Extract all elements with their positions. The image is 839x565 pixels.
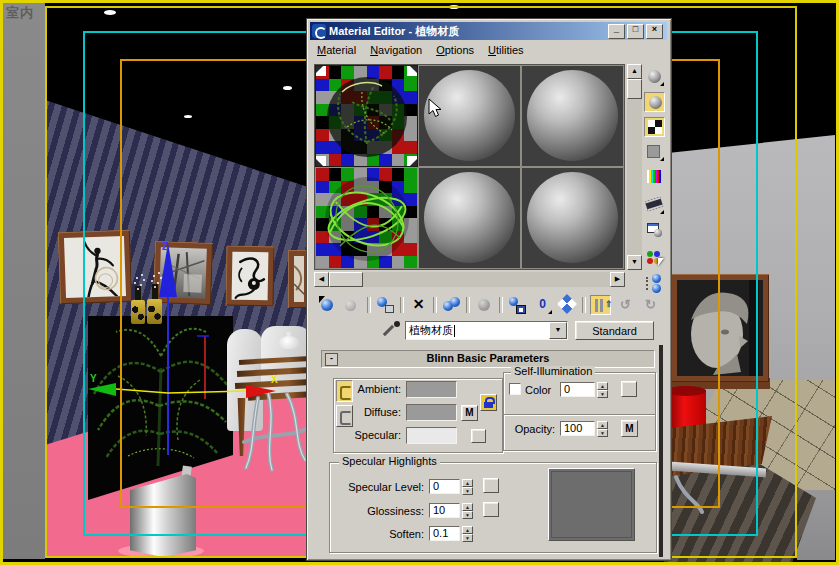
glossiness-value[interactable]: 10 [429, 503, 460, 518]
axis-label-z: Z [162, 241, 168, 252]
gray-sphere-preview [527, 172, 618, 263]
self-illumination-color-checkbox[interactable] [509, 383, 521, 395]
rollout-header-blinn[interactable]: - Blinn Basic Parameters [321, 350, 655, 368]
make-material-copy-button[interactable] [441, 295, 462, 315]
material-name-combo[interactable]: 植物材质 ▼ [405, 321, 568, 340]
rollout-scrollbar[interactable] [659, 345, 663, 557]
self-illumination-value[interactable]: 0 [560, 382, 595, 397]
put-to-library-button[interactable] [507, 295, 528, 315]
self-illumination-spinner[interactable]: ▲▼ [597, 382, 608, 398]
rollout-collapse-button[interactable]: - [325, 353, 338, 366]
lock-ambient-diffuse-button[interactable] [336, 380, 353, 402]
active-slot-corner [407, 66, 417, 76]
specular-map-button[interactable] [471, 429, 486, 443]
3dsmax-viewport[interactable]: Z X Y 室内 Material Editor - 植物材质 _ □ × Ma… [0, 0, 839, 565]
get-material-button[interactable] [317, 295, 338, 315]
go-to-parent-button[interactable]: ↺ [615, 295, 636, 315]
specular-level-value[interactable]: 0 [429, 479, 460, 494]
menu-navigation[interactable]: Navigation [363, 42, 429, 58]
menu-utilities[interactable]: Utilities [481, 42, 530, 58]
opacity-value[interactable]: 100 [560, 421, 595, 436]
specular-level-map-button[interactable] [483, 478, 499, 493]
make-preview-button[interactable] [644, 195, 665, 215]
menu-material[interactable]: Material [310, 42, 363, 58]
sample-slot-plant-wire[interactable] [316, 168, 417, 268]
show-map-in-viewport-button[interactable] [557, 295, 578, 315]
toolbar-separator [582, 297, 586, 313]
soften-label: Soften: [337, 528, 424, 540]
close-button[interactable]: × [646, 24, 663, 39]
toolbar-separator [433, 297, 437, 313]
mouse-cursor [428, 98, 444, 118]
material-type-button[interactable]: Standard [575, 321, 654, 340]
go-forward-to-sibling-button[interactable]: ↻ [640, 295, 661, 315]
toolbar-separator [400, 297, 404, 313]
3dsmax-logo-icon [312, 24, 326, 38]
show-end-result-button[interactable]: ⇑ [590, 295, 611, 315]
ambient-color-swatch[interactable] [406, 381, 457, 398]
select-by-material-button[interactable] [644, 248, 665, 268]
window-titlebar[interactable]: Material Editor - 植物材质 _ □ × [310, 22, 667, 40]
vertical-scroll-thumb[interactable] [627, 79, 642, 99]
sample-slot[interactable] [522, 66, 623, 166]
material-id-channel-button[interactable]: 0 [532, 295, 553, 315]
make-unique-button[interactable] [474, 295, 495, 315]
soften-value[interactable]: 0.1 [429, 526, 460, 541]
self-illumination-title: Self-Illumination [511, 366, 595, 377]
material-map-navigator-button[interactable] [644, 273, 665, 293]
sample-vertical-scrollbar[interactable]: ▲ ▼ [627, 64, 642, 270]
lock-diffuse-specular-button[interactable] [336, 405, 353, 427]
gray-sphere-preview [424, 172, 515, 263]
self-illumination-map-button[interactable] [621, 381, 637, 397]
rollout-region: - Blinn Basic Parameters Ambient: Diffus… [309, 345, 659, 557]
opacity-map-button[interactable]: M [621, 420, 638, 437]
maximize-button[interactable]: □ [627, 24, 644, 39]
ceiling-light [449, 5, 459, 9]
background-button[interactable] [644, 117, 665, 137]
horizontal-scroll-thumb[interactable] [329, 272, 363, 287]
assign-material-to-selection-button[interactable] [375, 295, 396, 315]
put-material-to-scene-button[interactable] [342, 295, 363, 315]
backlight-button[interactable] [644, 92, 665, 112]
sample-slot[interactable] [522, 168, 623, 268]
material-editor-window[interactable]: Material Editor - 植物材质 _ □ × MaterialNav… [306, 18, 672, 561]
lock-ambient-diffuse-indicator[interactable] [480, 394, 497, 411]
minimize-button[interactable]: _ [608, 24, 625, 39]
dropdown-arrow-button[interactable]: ▼ [549, 322, 567, 339]
scroll-right-button[interactable]: ▶ [610, 272, 625, 287]
material-name-value: 植物材质 [409, 323, 453, 338]
options-button[interactable] [644, 220, 665, 240]
pick-material-eyedropper-icon[interactable] [384, 321, 402, 339]
specular-color-swatch[interactable] [406, 427, 457, 444]
opacity-spinner[interactable]: ▲▼ [597, 421, 608, 437]
sample-slot[interactable] [419, 168, 520, 268]
gray-sphere-preview [527, 70, 618, 161]
sample-uv-tiling-button[interactable] [644, 142, 665, 162]
soften-spinner[interactable]: ▲▼ [462, 526, 473, 542]
specular-level-spinner[interactable]: ▲▼ [462, 479, 473, 495]
video-color-check-button[interactable] [644, 167, 665, 187]
glossiness-spinner[interactable]: ▲▼ [462, 503, 473, 519]
menu-options[interactable]: Options [429, 42, 481, 58]
sample-slot-palette: ▲ ▼ ◀ ▶ [314, 64, 642, 286]
sample-slot-grid [314, 64, 625, 270]
axis-label-x: X [271, 374, 278, 385]
sample-horizontal-scrollbar[interactable]: ◀ ▶ [314, 272, 625, 287]
reset-map-mtl-button[interactable]: ✕ [408, 295, 429, 315]
viewport-label[interactable]: 室内 [6, 4, 34, 22]
sample-type-button[interactable] [644, 67, 665, 87]
self-illumination-color-label: Color [525, 384, 557, 396]
active-slot-corner [316, 156, 326, 166]
diffuse-map-button[interactable]: M [461, 405, 478, 421]
glossiness-map-button[interactable] [483, 502, 499, 517]
scroll-down-button[interactable]: ▼ [627, 255, 642, 270]
scroll-left-button[interactable]: ◀ [314, 272, 329, 287]
sample-slot-plant[interactable] [316, 66, 417, 166]
text-caret [454, 325, 455, 337]
side-toolbar [644, 65, 668, 293]
diffuse-color-swatch[interactable] [406, 404, 457, 421]
scroll-up-button[interactable]: ▲ [627, 64, 642, 79]
rollout-title: Blinn Basic Parameters [427, 352, 550, 364]
ceiling-light [104, 10, 116, 15]
ceiling-light [283, 86, 292, 90]
